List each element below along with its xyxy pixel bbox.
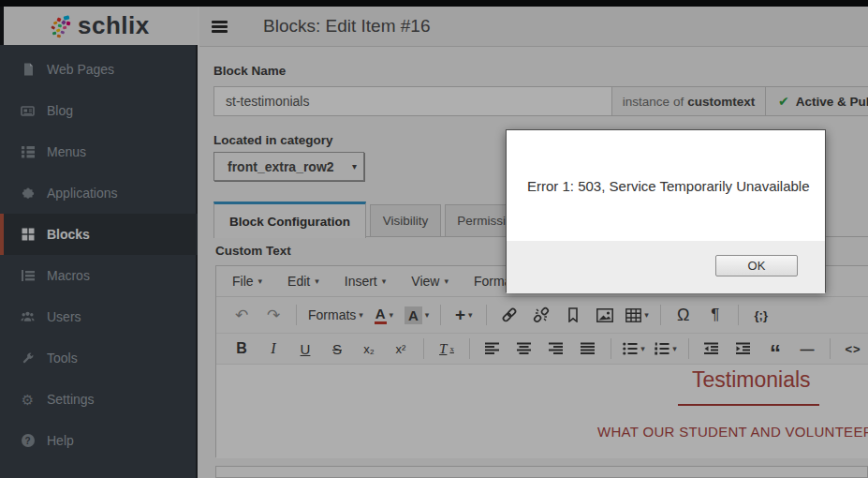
error-dialog-footer: OK [507, 241, 825, 293]
error-dialog: Error 1: 503, Service Temporarily Unavai… [506, 129, 826, 292]
ok-button[interactable]: OK [715, 255, 798, 276]
error-message: Error 1: 503, Service Temporarily Unavai… [507, 130, 825, 241]
